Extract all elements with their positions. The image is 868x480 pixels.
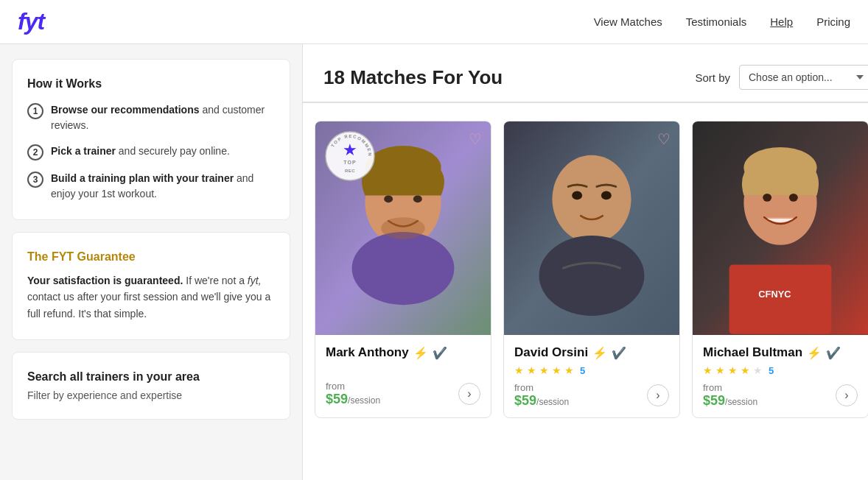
no-reviews-0	[326, 364, 480, 381]
svg-text:★: ★	[343, 141, 357, 159]
star-2-5: ★	[753, 364, 763, 376]
star-1-5: ★	[564, 364, 574, 376]
guarantee-text: Your satisfaction is guaranteed. If we'r…	[27, 272, 275, 322]
main-title: 18 Matches For You	[323, 66, 503, 89]
main-header: 18 Matches For You Sort by Chose an opti…	[303, 44, 868, 103]
search-subtitle: Filter by experience and expertise	[27, 389, 275, 401]
search-title: Search all trainers in your area	[27, 370, 275, 384]
guarantee-rest: contact us after your first session and …	[27, 291, 270, 319]
trainer-info-1: David Orsini ⚡ ✔️ ★ ★ ★ ★ ★ 5 fro	[504, 335, 679, 417]
main-content: 18 Matches For You Sort by Chose an opti…	[302, 44, 868, 480]
trainer-card-2: CFNYC	[692, 121, 868, 418]
step-2-rest: and securely pay online.	[116, 145, 230, 157]
trainer-name-2: Michael Bultman	[703, 345, 802, 360]
view-profile-button-2[interactable]: ›	[836, 384, 858, 406]
nav-pricing[interactable]: Pricing	[816, 15, 850, 28]
step-3: 3 Build a training plan with your traine…	[27, 171, 275, 202]
price-row-1: from $59/session ›	[514, 382, 669, 409]
logo[interactable]: fyt	[18, 8, 44, 35]
heart-button-1[interactable]: ♡	[657, 130, 671, 148]
header: fyt View Matches Testimonials Help Prici…	[0, 0, 868, 44]
svg-point-15	[572, 191, 582, 200]
sort-select[interactable]: Chose an option... Price: Low to High Pr…	[739, 65, 868, 90]
step-2-text: Pick a trainer and securely pay online.	[51, 144, 230, 159]
trainer-name-0: Mark Anthony	[326, 345, 409, 360]
svg-point-4	[384, 195, 393, 202]
guarantee-bold: Your satisfaction is guaranteed.	[27, 275, 183, 286]
svg-point-16	[601, 191, 612, 200]
nav-testimonials[interactable]: Testimonials	[686, 15, 747, 28]
svg-point-2	[352, 232, 455, 305]
star-count-1: 5	[580, 365, 585, 376]
trainer-name-row-2: Michael Bultman ⚡ ✔️	[703, 345, 858, 360]
price-area-0: from $59/session	[326, 381, 380, 407]
price-val-2: $59	[703, 393, 725, 408]
price-val-0: $59	[326, 392, 348, 406]
view-profile-button-0[interactable]: ›	[458, 383, 480, 405]
price-area-2: from $59/session	[703, 382, 757, 409]
trainer-photo-1	[504, 121, 679, 335]
how-it-works-title: How it Works	[27, 77, 275, 91]
step-3-text: Build a training plan with your trainer …	[51, 171, 275, 202]
price-row-0: from $59/session ›	[326, 381, 480, 407]
view-profile-button-1[interactable]: ›	[647, 384, 669, 406]
svg-point-6	[381, 217, 425, 239]
guarantee-card: The FYT Guarantee Your satisfaction is g…	[12, 232, 290, 340]
trainer-photo-2: CFNYC	[693, 121, 868, 335]
rec-badge-svg: TOP RECOMMENDATION TOP REC ★	[324, 130, 376, 182]
nav-view-matches[interactable]: View Matches	[594, 15, 662, 28]
svg-text:REC: REC	[345, 169, 355, 173]
step-1: 1 Browse our recommendations and custome…	[27, 102, 275, 133]
trainer-photo-svg-1	[504, 121, 679, 335]
session-label-0: /session	[348, 395, 380, 406]
price-val-1: $59	[514, 393, 536, 408]
svg-point-13	[552, 155, 631, 243]
star-1-3: ★	[539, 364, 549, 376]
star-2-2: ★	[715, 364, 725, 376]
top-recommendation-badge: TOP RECOMMENDATION TOP REC ★	[324, 130, 376, 182]
search-card: Search all trainers in your area Filter …	[12, 352, 290, 420]
svg-point-5	[413, 195, 422, 202]
session-label-1: /session	[536, 397, 569, 407]
sidebar: How it Works 1 Browse our recommendation…	[0, 44, 302, 480]
verified-icon-2: ✔️	[826, 346, 841, 360]
svg-point-22	[763, 194, 771, 202]
bolt-icon-1: ⚡	[592, 346, 607, 360]
trainer-info-0: Mark Anthony ⚡ ✔️ from $59/session ›	[315, 335, 491, 416]
from-label-1: from	[514, 382, 569, 393]
bolt-icon-0: ⚡	[413, 346, 428, 360]
step-3-bold: Build a training plan with your trainer	[51, 172, 234, 184]
trainer-info-2: Michael Bultman ⚡ ✔️ ★ ★ ★ ★ ★ 5	[693, 335, 868, 417]
trainer-name-1: David Orsini	[514, 345, 588, 360]
step-1-bold: Browse our recommendations	[51, 104, 200, 116]
step-2: 2 Pick a trainer and securely pay online…	[27, 144, 275, 160]
steps-list: 1 Browse our recommendations and custome…	[27, 102, 275, 202]
main-nav: View Matches Testimonials Help Pricing	[594, 15, 850, 28]
svg-point-23	[789, 194, 798, 202]
verified-icon-1: ✔️	[612, 346, 626, 360]
step-2-bold: Pick a trainer	[51, 145, 116, 157]
heart-button-0[interactable]: ♡	[469, 130, 482, 148]
bolt-icon-2: ⚡	[807, 346, 822, 360]
guarantee-title: The FYT Guarantee	[27, 250, 275, 264]
from-label-2: from	[703, 382, 757, 393]
svg-text:TOP: TOP	[343, 160, 356, 165]
trainer-card-0: TOP RECOMMENDATION TOP REC ★ ♡ Mark Anth…	[315, 121, 491, 418]
price-area-1: from $59/session	[514, 382, 569, 409]
step-2-num: 2	[27, 144, 43, 160]
step-1-text: Browse our recommendations and customer …	[51, 102, 275, 133]
layout: How it Works 1 Browse our recommendation…	[0, 44, 868, 480]
session-label-2: /session	[725, 397, 757, 407]
star-1-4: ★	[552, 364, 561, 376]
star-count-2: 5	[769, 365, 774, 376]
sort-label: Sort by	[695, 71, 730, 84]
verified-icon-0: ✔️	[433, 346, 447, 360]
guarantee-fyt-italic: fyt,	[248, 275, 262, 286]
nav-help[interactable]: Help	[770, 15, 793, 28]
trainers-grid: TOP RECOMMENDATION TOP REC ★ ♡ Mark Anth…	[303, 103, 868, 436]
trainer-name-row-1: David Orsini ⚡ ✔️	[514, 345, 669, 360]
guarantee-intro-rest: If we're not a	[186, 275, 248, 286]
price-row-2: from $59/session ›	[703, 382, 858, 409]
star-2-4: ★	[741, 364, 750, 376]
trainer-photo-svg-2: CFNYC	[693, 121, 868, 335]
